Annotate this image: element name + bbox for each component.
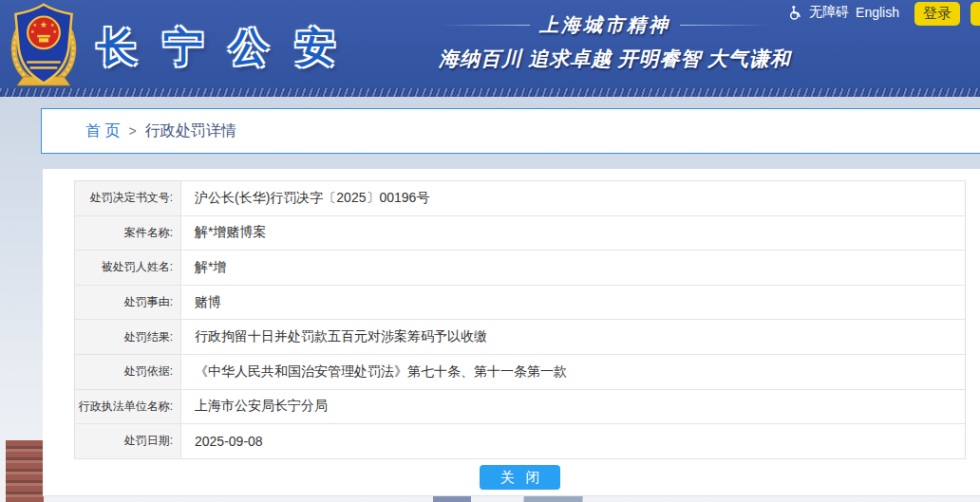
- table-row: 处罚事由: 赌博: [75, 286, 965, 321]
- row-label: 处罚事由:: [75, 286, 181, 320]
- row-label: 处罚结果:: [75, 320, 181, 354]
- row-value: 《中华人民共和国治安管理处罚法》第七十条、第十一条第一款: [181, 355, 965, 389]
- row-label: 行政执法单位名称:: [75, 390, 181, 424]
- wheelchair-accessibility-icon: [788, 5, 802, 20]
- background-building: [6, 440, 44, 502]
- login-button[interactable]: 登录: [914, 2, 960, 26]
- table-row: 处罚依据: 《中华人民共和国治安管理处罚法》第七十条、第十一条第一款: [75, 355, 965, 390]
- page: ★ ★ ★ ★ ★ 长 宁 公 安 上海城市精神 海纳百川 追求卓越 开明睿智 …: [0, 0, 980, 502]
- breadcrumb-separator: >: [128, 123, 136, 139]
- site-header: ★ ★ ★ ★ ★ 长 宁 公 安 上海城市精神 海纳百川 追求卓越 开明睿智 …: [0, 0, 980, 88]
- row-value: 解*增赌博案: [181, 216, 965, 251]
- english-link[interactable]: English: [856, 5, 899, 20]
- penalty-table: 处罚决定书文号: 沪公长(长华)行罚决字〔2025〕00196号 案件名称: 解…: [74, 180, 966, 459]
- row-value: 上海市公安局长宁分局: [181, 390, 965, 424]
- decorative-line: [439, 25, 530, 26]
- table-row: 案件名称: 解*增赌博案: [75, 216, 965, 251]
- topbar-utility-links: 无障碍 English: [788, 4, 899, 21]
- spirit-motto: 海纳百川 追求卓越 开明睿智 大气谦和: [439, 46, 771, 72]
- row-value: 行政拘留十日并处罚款五百元对涉案筹码予以收缴: [181, 320, 965, 354]
- row-value: 沪公长(长华)行罚决字〔2025〕00196号: [181, 181, 965, 215]
- close-button[interactable]: 关 闭: [480, 465, 560, 490]
- breadcrumb: 首 页 > 行政处罚详情: [41, 108, 980, 154]
- table-row: 被处罚人姓名: 解*增: [75, 251, 965, 286]
- svg-text:★: ★: [40, 20, 47, 29]
- row-label: 被处罚人姓名:: [75, 251, 181, 285]
- svg-text:★: ★: [53, 28, 58, 34]
- police-badge-logo[interactable]: ★ ★ ★ ★ ★: [8, 3, 80, 86]
- breadcrumb-current-page: 行政处罚详情: [145, 121, 236, 141]
- penalty-detail-panel: 处罚决定书文号: 沪公长(长华)行罚决字〔2025〕00196号 案件名称: 解…: [43, 169, 980, 496]
- city-spirit-slogan: 上海城市精神 海纳百川 追求卓越 开明睿智 大气谦和: [439, 12, 771, 72]
- register-button-partial[interactable]: [971, 2, 980, 26]
- svg-text:★: ★: [50, 22, 55, 28]
- row-value: 赌博: [181, 286, 965, 320]
- row-value: 解*增: [181, 251, 965, 285]
- row-label: 处罚依据:: [75, 355, 181, 389]
- svg-text:★: ★: [30, 28, 35, 34]
- spirit-title: 上海城市精神: [539, 12, 670, 38]
- table-row: 行政执法单位名称: 上海市公安局长宁分局: [75, 390, 965, 425]
- row-label: 处罚决定书文号:: [75, 181, 181, 215]
- row-label: 案件名称:: [75, 216, 181, 251]
- header-chain-pattern: [0, 88, 980, 97]
- svg-text:★: ★: [32, 22, 37, 28]
- table-row: 处罚决定书文号: 沪公长(长华)行罚决字〔2025〕00196号: [75, 181, 965, 216]
- accessibility-link[interactable]: 无障碍: [809, 4, 849, 21]
- row-label: 处罚日期:: [75, 424, 181, 458]
- row-value: 2025-09-08: [181, 424, 965, 458]
- decorative-line: [680, 25, 771, 26]
- table-row: 处罚日期: 2025-09-08: [75, 424, 965, 459]
- table-row: 处罚结果: 行政拘留十日并处罚款五百元对涉案筹码予以收缴: [75, 320, 965, 355]
- site-title: 长 宁 公 安: [97, 21, 343, 74]
- breadcrumb-home-link[interactable]: 首 页: [85, 121, 120, 141]
